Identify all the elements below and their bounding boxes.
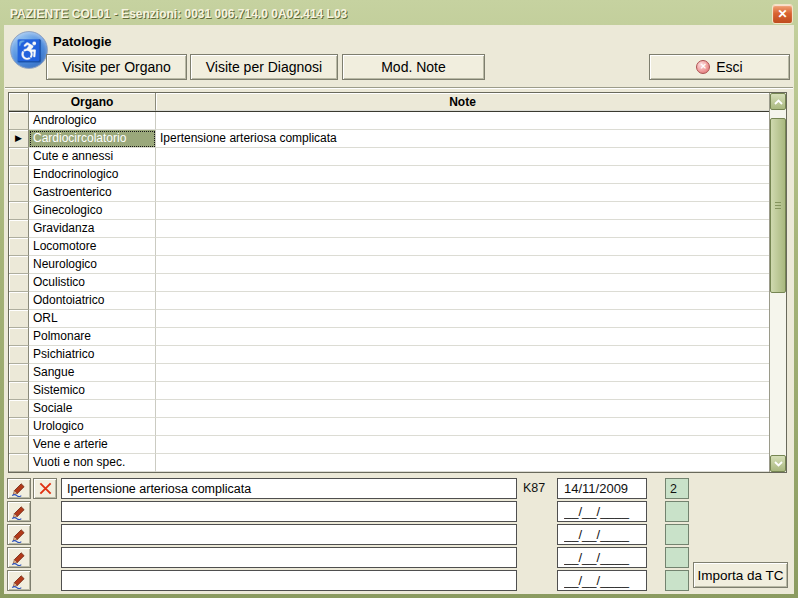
visite-per-organo-button[interactable]: Visite per Organo bbox=[46, 54, 187, 80]
pathology-text-input[interactable] bbox=[61, 524, 517, 545]
count-box[interactable] bbox=[665, 478, 689, 499]
importa-da-tc-button[interactable]: Importa da TC bbox=[693, 562, 788, 588]
organo-cell[interactable]: Vuoti e non spec. bbox=[29, 454, 156, 472]
organo-cell[interactable]: Sistemico bbox=[29, 382, 156, 400]
date-input[interactable] bbox=[557, 478, 647, 499]
close-button[interactable]: ✕ bbox=[772, 4, 793, 24]
current-row-marker-icon: ▶ bbox=[9, 130, 28, 147]
row-selector-cell[interactable] bbox=[9, 436, 29, 454]
organo-cell[interactable]: ORL bbox=[29, 310, 156, 328]
count-box[interactable] bbox=[665, 547, 689, 568]
scrollbar-track[interactable] bbox=[770, 110, 786, 455]
note-cell[interactable] bbox=[156, 382, 769, 400]
pencil-icon bbox=[11, 527, 27, 543]
row-selector-cell[interactable] bbox=[9, 382, 29, 400]
titlebar[interactable]: PAZIENTE COL01 - Esenzioni: 0031 006.714… bbox=[4, 2, 794, 25]
pathology-text-input[interactable] bbox=[61, 547, 517, 568]
date-input[interactable] bbox=[557, 570, 647, 591]
note-cell[interactable] bbox=[156, 166, 769, 184]
row-selector-cell[interactable] bbox=[9, 418, 29, 436]
organo-cell[interactable]: Urologico bbox=[29, 418, 156, 436]
pathology-text-input[interactable] bbox=[61, 501, 517, 522]
row-selector-cell[interactable] bbox=[9, 364, 29, 382]
pathology-text-input[interactable] bbox=[61, 478, 517, 499]
row-selector-cell[interactable] bbox=[9, 148, 29, 166]
organo-cell[interactable]: Sangue bbox=[29, 364, 156, 382]
edit-pencil-button[interactable] bbox=[7, 547, 31, 568]
note-cell[interactable] bbox=[156, 454, 769, 472]
organo-cell[interactable]: Endocrinologico bbox=[29, 166, 156, 184]
scrollbar-thumb[interactable] bbox=[770, 118, 786, 293]
note-cell[interactable] bbox=[156, 184, 769, 202]
row-selector-cell[interactable] bbox=[9, 328, 29, 346]
row-selector-cell[interactable] bbox=[9, 454, 29, 472]
organo-cell[interactable]: Cardiocircolatorio bbox=[29, 130, 156, 148]
row-selector-cell[interactable] bbox=[9, 184, 29, 202]
organo-cell[interactable]: Cute e annessi bbox=[29, 148, 156, 166]
note-cell[interactable] bbox=[156, 346, 769, 364]
note-cell[interactable]: Ipertensione arteriosa complicata bbox=[156, 130, 769, 148]
pencil-icon bbox=[11, 481, 27, 497]
note-cell[interactable] bbox=[156, 274, 769, 292]
note-cell[interactable] bbox=[156, 220, 769, 238]
edit-pencil-button[interactable] bbox=[7, 501, 31, 522]
row-selector-cell[interactable] bbox=[9, 256, 29, 274]
thumb-grip-icon bbox=[775, 202, 781, 210]
note-cell[interactable] bbox=[156, 238, 769, 256]
note-cell[interactable] bbox=[156, 310, 769, 328]
pathology-text-input[interactable] bbox=[61, 570, 517, 591]
organo-cell[interactable]: Locomotore bbox=[29, 238, 156, 256]
scroll-up-button[interactable] bbox=[770, 93, 786, 110]
row-selector-cell[interactable] bbox=[9, 202, 29, 220]
date-input[interactable] bbox=[557, 524, 647, 545]
date-input[interactable] bbox=[557, 501, 647, 522]
delete-x-button[interactable] bbox=[33, 478, 57, 499]
note-cell[interactable] bbox=[156, 328, 769, 346]
note-cell[interactable] bbox=[156, 112, 769, 130]
header-selector-cell bbox=[9, 93, 29, 111]
esci-button[interactable]: ✕ Esci bbox=[649, 54, 790, 80]
row-selector-cell[interactable] bbox=[9, 400, 29, 418]
organo-cell[interactable]: Gravidanza bbox=[29, 220, 156, 238]
organo-cell[interactable]: Oculistico bbox=[29, 274, 156, 292]
table-row: Odontoiatrico bbox=[9, 292, 769, 310]
edit-pencil-button[interactable] bbox=[7, 524, 31, 545]
edit-pencil-button[interactable] bbox=[7, 570, 31, 591]
organo-cell[interactable]: Andrologico bbox=[29, 112, 156, 130]
row-selector-cell[interactable] bbox=[9, 112, 29, 130]
count-box[interactable] bbox=[665, 524, 689, 545]
row-selector-cell[interactable] bbox=[9, 166, 29, 184]
row-selector-cell[interactable] bbox=[9, 346, 29, 364]
note-cell[interactable] bbox=[156, 256, 769, 274]
organo-cell[interactable]: Gastroenterico bbox=[29, 184, 156, 202]
note-cell[interactable] bbox=[156, 436, 769, 454]
table-scrollbar[interactable] bbox=[769, 93, 786, 472]
row-selector-cell[interactable] bbox=[9, 238, 29, 256]
count-box[interactable] bbox=[665, 501, 689, 522]
row-selector-cell[interactable] bbox=[9, 274, 29, 292]
mod-note-button[interactable]: Mod. Note bbox=[342, 54, 485, 80]
note-cell[interactable] bbox=[156, 202, 769, 220]
organo-cell[interactable]: Vene e arterie bbox=[29, 436, 156, 454]
row-selector-cell[interactable] bbox=[9, 220, 29, 238]
organo-cell[interactable]: Neurologico bbox=[29, 256, 156, 274]
row-selector-cell[interactable] bbox=[9, 292, 29, 310]
note-cell[interactable] bbox=[156, 364, 769, 382]
note-cell[interactable] bbox=[156, 418, 769, 436]
organo-cell[interactable]: Sociale bbox=[29, 400, 156, 418]
scroll-down-button[interactable] bbox=[770, 455, 786, 472]
note-cell[interactable] bbox=[156, 400, 769, 418]
organo-cell[interactable]: Ginecologico bbox=[29, 202, 156, 220]
row-selector-cell[interactable]: ▶ bbox=[9, 130, 29, 148]
edit-pencil-button[interactable] bbox=[7, 478, 31, 499]
organo-cell[interactable]: Polmonare bbox=[29, 328, 156, 346]
note-cell[interactable] bbox=[156, 148, 769, 166]
organo-cell[interactable]: Psichiatrico bbox=[29, 346, 156, 364]
row-selector-cell[interactable] bbox=[9, 310, 29, 328]
table-row: Vene e arterie bbox=[9, 436, 769, 454]
visite-per-diagnosi-button[interactable]: Visite per Diagnosi bbox=[190, 54, 338, 80]
date-input[interactable] bbox=[557, 547, 647, 568]
organo-cell[interactable]: Odontoiatrico bbox=[29, 292, 156, 310]
note-cell[interactable] bbox=[156, 292, 769, 310]
count-box[interactable] bbox=[665, 570, 689, 591]
